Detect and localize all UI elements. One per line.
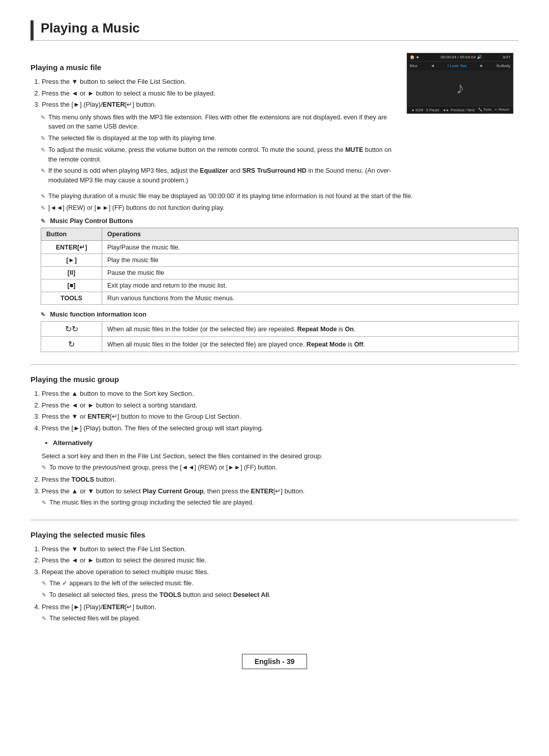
sel-note-text-3: The selected files will be played. xyxy=(49,614,140,623)
note-3: ✎ To adjust the music volume, press the … xyxy=(41,145,396,165)
note-icon-control: ✎ xyxy=(41,218,45,224)
screen-bottom-bar: ◄ SUM II Pause ◄► Previous / Next 🔧 Tool… xyxy=(407,106,513,113)
section-title-music-file: Playing a music file xyxy=(30,63,396,72)
footer-badge: English - 39 xyxy=(242,654,308,669)
sel-note-3: ✎ The selected files will be played. xyxy=(42,614,518,623)
table-row-pause: [II] Pause the music file xyxy=(41,267,518,279)
track-1-nav: ◄ xyxy=(431,64,435,68)
step-1: Press the ▼ button to select the File Li… xyxy=(42,77,396,87)
track-1: Bluz ◄ I Love You ► BoBally xyxy=(410,63,510,69)
sel-step-4: Press the [►] (Play)/ENTER[↵] button. ✎ … xyxy=(42,602,518,623)
group-step-1: Press the ▲ button to move to the Sort k… xyxy=(42,389,518,399)
playing-music-file-section: Playing a music file Press the ▼ button … xyxy=(30,53,518,187)
ctrl-sum: ◄ SUM xyxy=(411,108,423,112)
music-control-subtitle: ✎ Music Play Control Buttons xyxy=(41,217,518,225)
note-text-5: The playing duration of a music file may… xyxy=(48,192,413,201)
icon-cell-repeat-off: ↻ xyxy=(41,337,102,352)
alt-note-text-2: The music files in the sorting group inc… xyxy=(49,498,254,508)
screen-icon: 🏠 ► xyxy=(410,55,420,59)
group-step-4: Press the [►] (Play) button. The files o… xyxy=(42,423,518,433)
sel-note-1: ✎ The ✓ appears to the left of the selec… xyxy=(42,579,518,588)
screen-top-bar: 🏠 ► 00:00:04 / 00:04:04 🔊 3/37 xyxy=(407,53,513,61)
screen-middle: ♪ xyxy=(407,70,513,106)
note-text-1: This menu only shows files with the MP3 … xyxy=(48,113,396,132)
note-2: ✎ The selected file is displayed at the … xyxy=(41,134,396,143)
sel-note-text-2: To deselect all selected files, press th… xyxy=(49,590,271,600)
sel-note-2: ✎ To deselect all selected files, press … xyxy=(42,590,518,600)
table-header-operations: Operations xyxy=(102,228,518,241)
table-row-play: [►] Play the music file xyxy=(41,254,518,267)
music-note-icon: ♪ xyxy=(410,70,510,106)
note-text-6: [◄◄] (REW) or [►►] (FF) buttons do not f… xyxy=(48,203,225,213)
note-1: ✎ This menu only shows files with the MP… xyxy=(41,113,396,132)
table-cell-tools-op: Run various functions from the Music men… xyxy=(102,292,518,305)
sel-note-icon-2: ✎ xyxy=(42,591,46,600)
step-2: Press the ◄ or ► button to select a musi… xyxy=(42,88,396,99)
music-file-steps: Press the ▼ button to select the File Li… xyxy=(30,77,396,110)
function-icon-table: ↻↻ When all music files in the folder (o… xyxy=(41,321,518,352)
page-footer: English - 39 xyxy=(30,654,518,669)
table-cell-play-btn: [►] xyxy=(41,254,102,267)
icon-row-repeat-on: ↻↻ When all music files in the folder (o… xyxy=(41,322,518,337)
ctrl-tools: 🔧 Tools xyxy=(478,108,492,112)
track-1-name: Bluz xyxy=(410,64,418,68)
sel-step-1: Press the ▼ button to select the File Li… xyxy=(42,544,518,554)
sel-note-icon-1: ✎ xyxy=(42,579,46,588)
group-step-2: Press the ◄ or ► button to select a sort… xyxy=(42,400,518,411)
group-step-3: Press the ▼ or ENTER[↵] button to move t… xyxy=(42,412,518,422)
alternatively-list: Alternatively xyxy=(42,438,518,448)
note-text-3: To adjust the music volume, press the vo… xyxy=(48,145,396,165)
note-text-2: The selected file is displayed at the to… xyxy=(48,134,217,143)
alternatively-item: Alternatively xyxy=(53,438,518,448)
alt-note-icon-1: ✎ xyxy=(42,463,46,472)
ctrl-pause: II Pause xyxy=(426,108,440,112)
icon-cell-repeat-on: ↻↻ xyxy=(41,322,102,337)
table-cell-pause-op: Pause the music file xyxy=(102,267,518,279)
music-group-steps: Press the ▲ button to move to the Sort k… xyxy=(30,389,518,433)
track-2-nav: ► xyxy=(479,64,483,68)
sel-note-text-1: The ✓ appears to the left of the selecte… xyxy=(49,579,193,588)
alt-step-0: Select a sort key and then in the File L… xyxy=(30,451,518,472)
screen-mockup: 🏠 ► 00:00:04 / 00:04:04 🔊 3/37 Bluz ◄ I … xyxy=(407,53,513,114)
table-cell-enter-btn: ENTER[↵] xyxy=(41,241,102,254)
sel-note-icon-3: ✎ xyxy=(42,614,46,623)
ctrl-return: ↩ Return xyxy=(495,108,509,112)
alt-steps: Select a sort key and then in the File L… xyxy=(30,451,518,508)
alt-note-1: ✎ To move to the previous/next group, pr… xyxy=(42,463,518,472)
ctrl-prev-next: ◄► Previous / Next xyxy=(442,108,474,112)
section-title-selected-music: Playing the selected music files xyxy=(30,530,518,539)
section-title-music-group: Playing the music group xyxy=(30,375,518,384)
sel-step-2: Press the ◄ or ► button to select the de… xyxy=(42,555,518,565)
section-divider-2 xyxy=(30,520,518,520)
track-2-name: I Love You xyxy=(448,64,467,68)
note-icon-4: ✎ xyxy=(41,167,45,185)
icon-desc-repeat-on: When all music files in the folder (or t… xyxy=(102,322,518,337)
alt-note-2: ✎ The music files in the sorting group i… xyxy=(42,498,518,508)
screen-count: 3/37 xyxy=(502,55,510,59)
alt-step-3: Press the ▲ or ▼ button to select Play C… xyxy=(42,486,518,508)
note-4: ✎ If the sound is odd when playing MP3 f… xyxy=(41,166,396,185)
note-text-4: If the sound is odd when playing MP3 fil… xyxy=(48,166,396,185)
note-icon-1: ✎ xyxy=(41,113,45,132)
note-5: ✎ The playing duration of a music file m… xyxy=(41,192,518,201)
text-column: Playing a music file Press the ▼ button … xyxy=(30,53,396,187)
sel-step-3: Repeat the above operation to select mul… xyxy=(42,567,518,600)
table-cell-pause-btn: [II] xyxy=(41,267,102,279)
table-cell-play-op: Play the music file xyxy=(102,254,518,267)
table-cell-stop-btn: [■] xyxy=(41,279,102,292)
table-cell-tools-btn: TOOLS xyxy=(41,292,102,305)
table-row-stop: [■] Exit play mode and return to the mus… xyxy=(41,279,518,292)
note-6: ✎ [◄◄] (REW) or [►►] (FF) buttons do not… xyxy=(41,203,518,213)
table-cell-stop-op: Exit play mode and return to the music l… xyxy=(102,279,518,292)
screen-mockup-col: 🏠 ► 00:00:04 / 00:04:04 🔊 3/37 Bluz ◄ I … xyxy=(407,53,518,187)
table-row-tools: TOOLS Run various functions from the Mus… xyxy=(41,292,518,305)
note-icon-6: ✎ xyxy=(41,204,45,213)
track-3-name: BoBally xyxy=(497,64,510,68)
icon-row-repeat-off: ↻ When all music files in the folder (or… xyxy=(41,337,518,352)
screen-time: 00:00:04 / 00:04:04 🔊 xyxy=(441,55,482,59)
table-header-button: Button xyxy=(41,228,102,241)
alt-step-2: Press the TOOLS button. xyxy=(42,475,518,485)
music-control-table: Button Operations ENTER[↵] Play/Pause th… xyxy=(41,228,518,305)
note-icon-func: ✎ xyxy=(41,311,45,318)
function-icon-subtitle: ✎ Music function information icon xyxy=(41,311,518,318)
